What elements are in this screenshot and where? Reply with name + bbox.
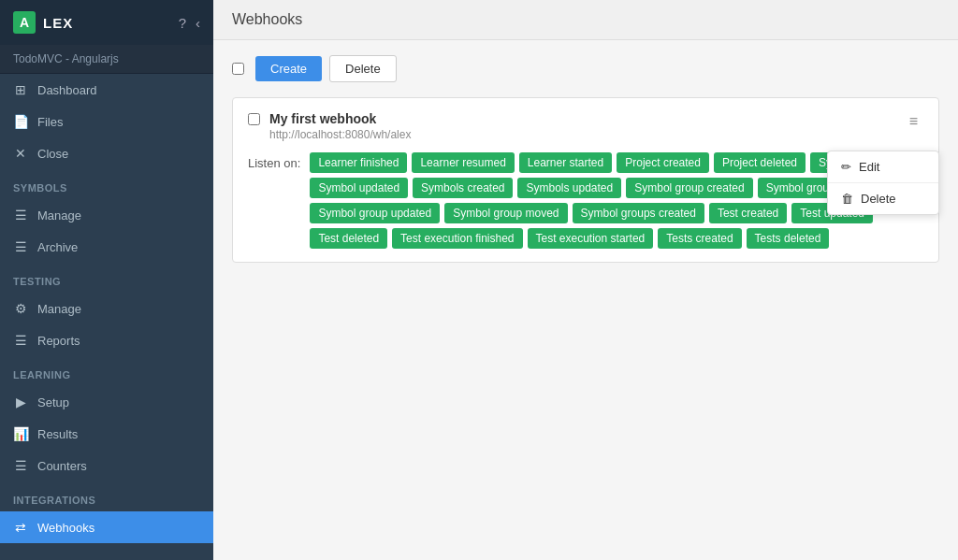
sidebar-item-label: Setup [37, 395, 69, 409]
webhook-tag: Symbols created [413, 178, 513, 198]
dashboard-icon: ⊞ [13, 82, 28, 97]
sidebar: A LEX ? ‹ TodoMVC - Angularjs ⊞ Dashboar… [0, 0, 213, 560]
archive-icon: ☰ [13, 239, 28, 254]
webhook-tag: Test created [709, 203, 787, 223]
sidebar-item-label: Webhooks [37, 521, 94, 535]
sidebar-item-dashboard[interactable]: ⊞ Dashboard [0, 74, 213, 106]
files-icon: 📄 [13, 114, 28, 129]
sidebar-header: A LEX ? ‹ [0, 0, 213, 45]
create-button[interactable]: Create [255, 56, 322, 81]
sidebar-item-label: Close [37, 147, 68, 161]
header-icons: ? ‹ [179, 15, 200, 31]
sidebar-item-learning-results[interactable]: 📊 Results [0, 418, 213, 450]
sidebar-item-learning-setup[interactable]: ▶ Setup [0, 386, 213, 418]
webhook-tag: Test execution started [528, 228, 654, 249]
webhook-tag: Project deleted [714, 152, 806, 173]
sidebar-item-symbols-archive[interactable]: ☰ Archive [0, 231, 213, 263]
select-all-checkbox[interactable] [232, 63, 244, 75]
webhook-tag: Test deleted [310, 228, 387, 249]
edit-label: Edit [859, 160, 879, 174]
sidebar-top-section: ⊞ Dashboard 📄 Files ✕ Close [0, 74, 213, 169]
webhook-info: My first webhook http://localhost:8080/w… [269, 111, 904, 141]
webhook-tag: Symbol group created [626, 178, 752, 198]
webhook-tag: Symbols updated [517, 178, 621, 198]
webhook-tag: Symbol group updated [310, 203, 440, 223]
sidebar-item-webhooks[interactable]: ⇄ Webhooks [0, 511, 213, 543]
symbols-section-title: Symbols [0, 169, 213, 199]
sidebar-item-testing-manage[interactable]: ⚙ Manage [0, 293, 213, 324]
sidebar-item-label: Dashboard [37, 83, 97, 97]
sidebar-item-learning-counters[interactable]: ☰ Counters [0, 450, 213, 481]
learning-section-title: Learning [0, 356, 213, 386]
testing-section-title: Testing [0, 263, 213, 293]
sidebar-item-label: Counters [37, 459, 87, 473]
webhook-tag: Test execution finished [392, 228, 522, 249]
integrations-section-title: Integrations [0, 481, 213, 511]
app-name: LEX [43, 15, 73, 31]
main-content: Webhooks Create Delete My first webhook … [213, 0, 958, 560]
content-area: Create Delete My first webhook http://lo… [213, 40, 958, 560]
webhook-tag: Tests deleted [747, 228, 830, 249]
webhooks-icon: ⇄ [13, 520, 28, 535]
sidebar-symbols-section: Symbols ☰ Manage ☰ Archive [0, 169, 213, 263]
setup-icon: ▶ [13, 395, 28, 409]
webhook-tag: Symbol groups created [573, 203, 704, 223]
context-menu: ✏ Edit 🗑 Delete [827, 151, 939, 215]
toolbar: Create Delete [232, 55, 939, 82]
project-name: TodoMVC - Angularjs [0, 45, 213, 74]
sidebar-item-label: Manage [37, 208, 81, 223]
sidebar-item-label: Files [37, 115, 63, 129]
sidebar-item-symbols-manage[interactable]: ☰ Manage [0, 199, 213, 231]
manage-icon: ☰ [13, 208, 28, 223]
listen-on-container: Listen on: Learner finishedLearner resum… [248, 152, 923, 249]
sidebar-item-testing-reports[interactable]: ☰ Reports [0, 324, 213, 356]
webhook-tag: Symbol updated [310, 178, 408, 198]
sidebar-item-label: Reports [37, 334, 80, 348]
sidebar-integrations-section: Integrations ⇄ Webhooks [0, 481, 213, 543]
close-icon: ✕ [13, 146, 28, 161]
webhook-tag: Tests created [658, 228, 741, 249]
webhook-tag: Learner finished [310, 152, 407, 173]
webhook-header: My first webhook http://localhost:8080/w… [248, 111, 923, 141]
back-icon[interactable]: ‹ [196, 15, 200, 31]
sidebar-item-label: Results [37, 427, 78, 441]
delete-icon: 🗑 [841, 192, 853, 206]
webhook-tag: Symbol group moved [444, 203, 567, 223]
sidebar-learning-section: Learning ▶ Setup 📊 Results ☰ Counters [0, 356, 213, 481]
sidebar-item-files[interactable]: 📄 Files [0, 106, 213, 137]
delete-button[interactable]: Delete [329, 55, 397, 82]
webhook-checkbox[interactable] [248, 113, 260, 125]
sidebar-item-close[interactable]: ✕ Close [0, 137, 213, 169]
listen-label: Listen on: [248, 156, 300, 170]
counters-icon: ☰ [13, 458, 28, 473]
context-menu-delete[interactable]: 🗑 Delete [828, 183, 938, 214]
webhook-name: My first webhook [269, 111, 904, 126]
webhook-tag: Project created [617, 152, 709, 173]
results-icon: 📊 [13, 426, 28, 441]
context-menu-edit[interactable]: ✏ Edit [828, 151, 938, 183]
logo-badge: A [13, 11, 36, 34]
webhook-tag: Learner resumed [412, 152, 514, 173]
webhook-tag: Learner started [519, 152, 612, 173]
edit-icon: ✏ [841, 160, 851, 174]
webhook-menu-button[interactable]: ≡ [904, 111, 923, 132]
sidebar-item-label: Manage [37, 302, 81, 316]
delete-label: Delete [861, 192, 896, 206]
sidebar-item-label: Archive [37, 240, 78, 254]
page-title: Webhooks [213, 0, 958, 40]
help-icon[interactable]: ? [179, 15, 186, 31]
testing-manage-icon: ⚙ [13, 301, 28, 316]
sidebar-testing-section: Testing ⚙ Manage ☰ Reports [0, 263, 213, 356]
reports-icon: ☰ [13, 333, 28, 348]
webhook-url: http://localhost:8080/wh/alex [269, 128, 904, 141]
